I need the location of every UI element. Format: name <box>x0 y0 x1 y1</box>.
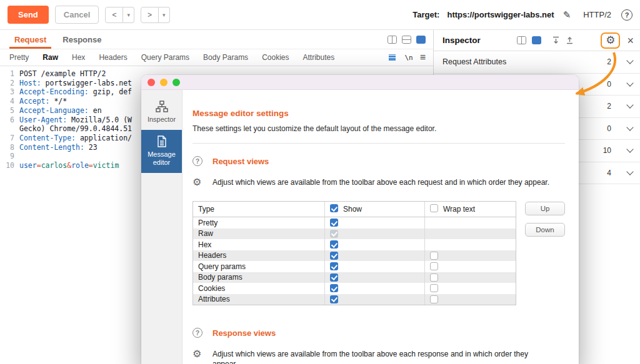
view-type-label: Body params <box>193 272 324 283</box>
line-number: 5 <box>4 106 19 116</box>
wrap-text-checkbox[interactable] <box>430 284 438 292</box>
expand-all-icon[interactable] <box>552 36 560 44</box>
nonprinting-chars-icon[interactable]: \n <box>404 54 412 62</box>
code-text: 23 <box>84 143 98 152</box>
request-views-heading: Request views <box>212 156 565 166</box>
view-tab-attributes[interactable]: Attributes <box>296 53 341 62</box>
show-header-checkbox-slot <box>330 204 338 214</box>
help-circle-icon[interactable]: ? <box>192 328 202 338</box>
code-text: Mozilla/5.0 (W <box>67 116 132 125</box>
wrap-cell <box>424 229 516 240</box>
view-tab-query-params[interactable]: Query Params <box>134 53 196 62</box>
views-table-row[interactable]: Query params <box>193 261 516 272</box>
help-circle-icon[interactable]: ? <box>192 156 202 166</box>
show-checkbox[interactable] <box>330 219 338 227</box>
column-show-header: Show <box>324 202 424 217</box>
show-checkbox[interactable] <box>330 252 338 260</box>
inspector-layout-full-icon[interactable] <box>532 36 541 44</box>
view-tab-pretty[interactable]: Pretty <box>2 53 36 62</box>
tab-request[interactable]: Request <box>6 30 54 49</box>
collapse-all-icon[interactable] <box>566 36 574 44</box>
settings-nav-label: Message editor <box>142 150 181 167</box>
cancel-button[interactable]: Cancel <box>55 6 99 24</box>
line-number: 7 <box>4 134 19 143</box>
inspector-layout-split-icon[interactable] <box>517 36 526 44</box>
show-checkbox[interactable] <box>330 240 338 248</box>
layout-rows-icon[interactable] <box>402 36 411 44</box>
views-table-row[interactable]: Headers <box>193 250 516 262</box>
up-button[interactable]: Up <box>525 202 565 215</box>
code-text: Accept-Language: <box>19 106 89 116</box>
topbar: Send Cancel < ▾ > ▾ Target: https://port… <box>0 0 640 30</box>
view-tab-headers[interactable]: Headers <box>92 53 134 62</box>
chevron-down-icon[interactable] <box>626 124 633 130</box>
window-zoom-button[interactable] <box>172 79 180 86</box>
wrap-cell <box>424 250 516 262</box>
show-cell <box>324 250 424 262</box>
views-table-row[interactable]: Hex <box>193 239 516 250</box>
document-icon <box>157 135 167 147</box>
wrap-all-checkbox[interactable] <box>430 204 438 212</box>
views-table-row[interactable]: Body params <box>193 272 516 283</box>
wrap-cell <box>424 283 516 294</box>
settings-nav-inspector[interactable]: Inspector <box>141 95 182 130</box>
views-table-row[interactable]: Pretty <box>193 217 516 229</box>
wrap-text-checkbox[interactable] <box>430 252 438 260</box>
views-table-row[interactable]: Cookies <box>193 283 516 294</box>
view-tab-hex[interactable]: Hex <box>65 53 92 62</box>
views-table-row[interactable]: Raw <box>193 229 516 240</box>
window-minimize-button[interactable] <box>160 79 168 86</box>
window-close-button[interactable] <box>148 79 155 86</box>
back-dropdown-button[interactable]: ▾ <box>123 7 134 23</box>
edit-target-icon[interactable]: ✎ <box>563 9 571 21</box>
tab-response[interactable]: Response <box>54 30 109 49</box>
response-views-heading: Response views <box>212 328 565 338</box>
request-views-section: ? Request views ⚙ Adjust which views are… <box>192 156 565 187</box>
view-tab-body-params[interactable]: Body Params <box>196 53 255 62</box>
show-checkbox[interactable] <box>330 273 338 282</box>
show-cell <box>324 239 424 250</box>
views-table-row[interactable]: Attributes <box>193 294 516 305</box>
layout-columns-icon[interactable] <box>388 36 397 44</box>
line-number: 4 <box>4 97 19 106</box>
inspector-row[interactable]: Request Attributes2 <box>434 51 640 74</box>
column-type-header: Type <box>193 202 324 217</box>
forward-dropdown-button[interactable]: ▾ <box>159 7 170 23</box>
show-checkbox[interactable] <box>330 230 338 238</box>
forward-button[interactable]: > <box>141 7 159 23</box>
show-cell <box>324 283 424 294</box>
send-button[interactable]: Send <box>8 6 49 24</box>
line-number: 9 <box>4 152 19 161</box>
wrap-text-checkbox[interactable] <box>430 262 438 270</box>
wrap-text-checkbox[interactable] <box>430 273 438 282</box>
gear-icon: ⚙ <box>192 349 212 359</box>
dialog-subtitle: These settings let you customize the def… <box>192 124 565 133</box>
settings-nav-label: Inspector <box>148 116 176 124</box>
down-button[interactable]: Down <box>525 223 565 237</box>
wrap-text-checkbox[interactable] <box>430 295 438 303</box>
layout-single-icon[interactable] <box>416 36 426 44</box>
code-text: gzip, def <box>89 87 132 97</box>
show-checkbox[interactable] <box>330 284 338 292</box>
settings-gear-icon[interactable]: ⚙ <box>606 35 615 46</box>
show-checkbox[interactable] <box>330 295 338 303</box>
inspector-row-count: 10 <box>603 146 611 155</box>
chevron-down-icon[interactable] <box>626 168 633 175</box>
chevron-down-icon[interactable] <box>626 102 633 109</box>
show-all-checkbox[interactable] <box>330 204 338 212</box>
back-button[interactable]: < <box>105 7 123 23</box>
view-tab-raw[interactable]: Raw <box>36 53 65 62</box>
settings-nav-message-editor[interactable]: Message editor <box>141 130 182 173</box>
close-inspector-icon[interactable]: × <box>627 35 634 46</box>
editor-layout-icons <box>388 30 428 49</box>
chevron-down-icon[interactable] <box>626 146 633 153</box>
editor-menu-icon[interactable]: ≡ <box>420 52 426 63</box>
help-icon[interactable]: ? <box>621 9 632 21</box>
syntax-view-icon[interactable] <box>387 53 398 62</box>
code-text: User-Agent: <box>19 116 67 125</box>
chevron-down-icon[interactable] <box>626 79 633 86</box>
view-tab-cookies[interactable]: Cookies <box>255 53 296 62</box>
show-checkbox[interactable] <box>330 262 338 270</box>
dropdown-arrow-icon: ▾ <box>127 12 130 18</box>
chevron-down-icon[interactable] <box>626 57 633 64</box>
